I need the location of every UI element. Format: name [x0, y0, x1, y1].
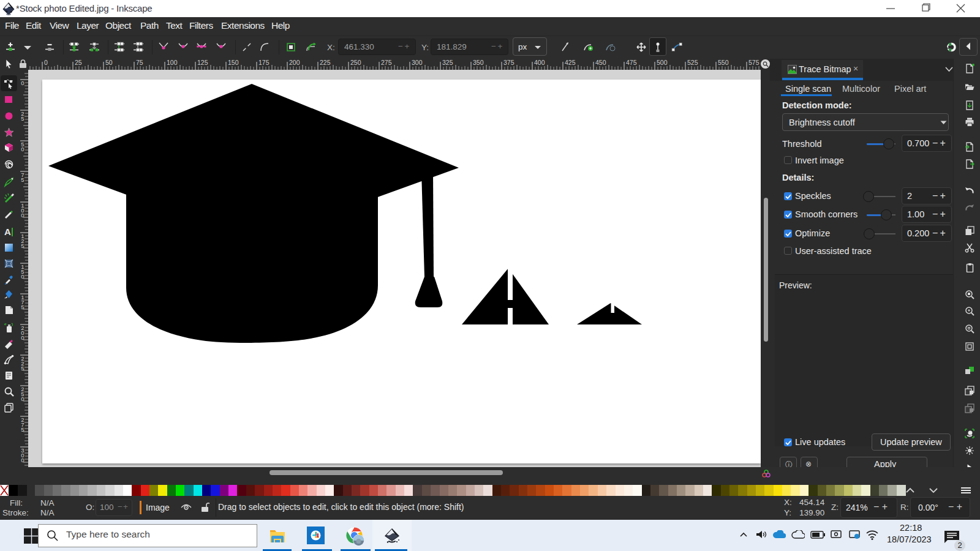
svg-text:350: 350 — [473, 59, 484, 66]
svg-text:125: 125 — [197, 59, 208, 66]
svg-text:25: 25 — [75, 59, 82, 66]
svg-text:125: 125 — [21, 233, 24, 249]
svg-text:50: 50 — [105, 59, 113, 66]
svg-text:150: 150 — [21, 263, 24, 280]
svg-text:75: 75 — [21, 171, 24, 183]
svg-text:200: 200 — [21, 324, 24, 341]
svg-text:A: A — [4, 227, 11, 237]
svg-text:225: 225 — [21, 355, 24, 372]
svg-text:75: 75 — [136, 59, 143, 66]
svg-text:250: 250 — [21, 386, 24, 402]
svg-text:525: 525 — [687, 59, 698, 66]
svg-text:0: 0 — [21, 80, 24, 86]
svg-text:400: 400 — [534, 59, 545, 66]
svg-text:225: 225 — [320, 59, 331, 66]
svg-text:50: 50 — [21, 141, 24, 152]
svg-text:25: 25 — [21, 110, 24, 122]
svg-text:300: 300 — [412, 59, 423, 66]
svg-text:450: 450 — [595, 59, 606, 66]
svg-text:550: 550 — [718, 59, 729, 66]
svg-text:100: 100 — [167, 59, 178, 66]
svg-text:100: 100 — [21, 202, 24, 219]
svg-text:500: 500 — [657, 59, 668, 66]
svg-text:150: 150 — [228, 59, 239, 66]
svg-text:275: 275 — [21, 416, 24, 433]
svg-text:475: 475 — [626, 59, 637, 66]
svg-text:275: 275 — [381, 59, 392, 66]
svg-text:575: 575 — [748, 59, 760, 66]
svg-text:200: 200 — [289, 59, 300, 66]
svg-text:175: 175 — [258, 59, 270, 66]
svg-text:250: 250 — [350, 59, 361, 66]
svg-text:425: 425 — [565, 59, 576, 66]
svg-text:0: 0 — [44, 59, 48, 66]
svg-text:375: 375 — [503, 59, 514, 66]
svg-text:325: 325 — [442, 59, 453, 66]
svg-text:175: 175 — [21, 294, 24, 310]
svg-text:300: 300 — [21, 447, 24, 463]
